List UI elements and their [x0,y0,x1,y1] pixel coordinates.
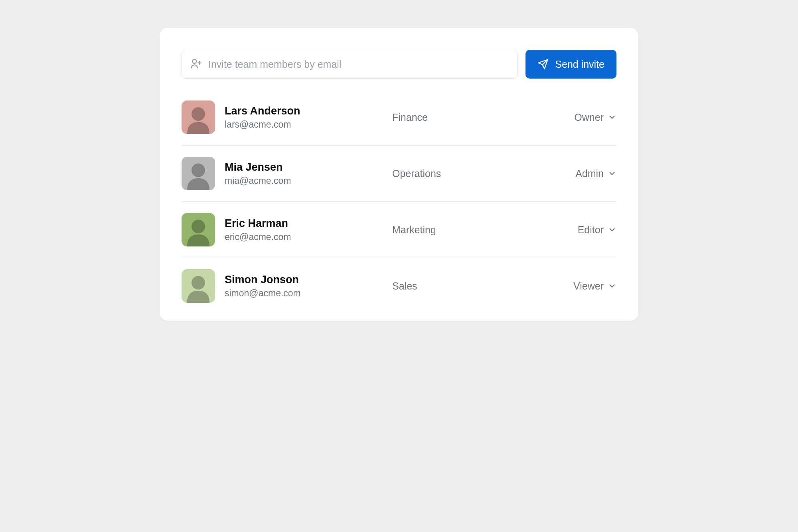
member-row: Lars Anderson lars@acme.com Finance Owne… [182,100,616,146]
svg-point-6 [192,164,205,177]
member-name: Lars Anderson [225,104,392,118]
chevron-down-icon [608,113,616,122]
chevron-down-icon [608,282,616,290]
member-role-label: Owner [574,112,604,123]
invite-email-input[interactable] [208,59,509,70]
member-role-select[interactable]: Admin [575,168,616,179]
member-identity: Eric Harman eric@acme.com [225,217,392,243]
member-email: mia@acme.com [225,175,392,186]
member-department: Finance [392,112,574,123]
avatar [182,213,215,246]
avatar [182,100,215,134]
member-email: eric@acme.com [225,232,392,242]
member-role-label: Viewer [573,280,604,292]
member-department: Sales [392,280,573,292]
member-identity: Mia Jensen mia@acme.com [225,161,392,187]
add-user-icon [190,57,202,71]
avatar [182,269,215,303]
send-invite-button[interactable]: Send invite [525,50,616,79]
member-role-select[interactable]: Editor [578,224,616,236]
svg-point-7 [192,220,205,233]
invite-row: Send invite [182,50,616,79]
member-row: Mia Jensen mia@acme.com Operations Admin [182,146,616,202]
member-email: simon@acme.com [225,288,392,299]
member-email: lars@acme.com [225,119,392,130]
svg-point-5 [192,107,205,121]
member-name: Simon Jonson [225,273,392,287]
svg-point-8 [192,276,205,290]
member-identity: Lars Anderson lars@acme.com [225,104,392,130]
avatar [182,157,215,190]
team-members-card: Send invite Lars Anderson lars@acme.com … [160,28,638,321]
member-role-label: Admin [575,168,604,179]
members-list: Lars Anderson lars@acme.com Finance Owne… [182,100,616,303]
member-row: Eric Harman eric@acme.com Marketing Edit… [182,202,616,258]
send-icon [537,59,549,70]
member-department: Marketing [392,224,578,236]
svg-point-0 [192,59,196,63]
member-row: Simon Jonson simon@acme.com Sales Viewer [182,258,616,303]
member-role-label: Editor [578,224,604,236]
invite-input-wrap [182,50,518,79]
member-name: Eric Harman [225,217,392,231]
member-name: Mia Jensen [225,161,392,174]
chevron-down-icon [608,225,616,234]
member-role-select[interactable]: Viewer [573,280,616,292]
send-invite-label: Send invite [555,59,604,70]
member-role-select[interactable]: Owner [574,112,616,123]
member-identity: Simon Jonson simon@acme.com [225,273,392,299]
chevron-down-icon [608,169,616,178]
member-department: Operations [392,168,575,179]
